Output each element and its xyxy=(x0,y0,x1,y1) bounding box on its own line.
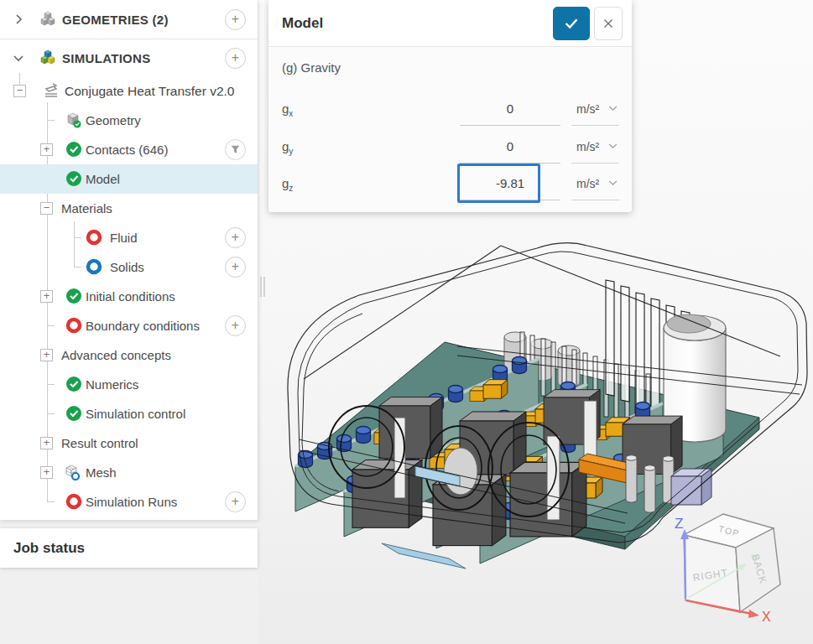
expand-box[interactable]: + xyxy=(40,466,53,479)
tree-item-model[interactable]: Model xyxy=(0,164,258,194)
tree-item-label: Simulation control xyxy=(86,399,185,428)
check-circle-icon xyxy=(65,288,82,304)
tree-item-label: Fluid xyxy=(110,223,138,252)
tree-item-initial-conditions[interactable]: + Initial conditions xyxy=(0,282,258,311)
view-cube[interactable]: TOP RIGHT BACK Y Z X xyxy=(675,514,780,624)
tree-item-solids[interactable]: Solids + xyxy=(0,252,258,282)
check-circle-icon xyxy=(65,376,82,392)
tree-item-geometry[interactable]: Geometry xyxy=(0,106,258,135)
collapse-box[interactable]: − xyxy=(13,85,26,97)
section-label: GEOMETRIES (2) xyxy=(62,5,169,34)
chevron-down-icon xyxy=(608,143,618,149)
svg-text:Z: Z xyxy=(675,516,683,532)
tree-item-simulation-control[interactable]: Simulation control xyxy=(0,399,258,428)
tree-item-mesh[interactable]: + Mesh xyxy=(0,458,258,487)
incomplete-ring-icon-red xyxy=(65,317,82,334)
gy-field xyxy=(460,130,560,164)
check-circle-icon xyxy=(65,405,82,422)
tree-item-label: Contacts (646) xyxy=(86,135,168,164)
gz-label: gz xyxy=(282,165,293,207)
section-simulations[interactable]: SIMULATIONS + xyxy=(0,44,258,73)
section-divider xyxy=(0,39,258,39)
panel-resize-handle[interactable] xyxy=(259,277,266,297)
expand-box[interactable]: + xyxy=(40,437,53,449)
gx-unit-select[interactable]: m/s² xyxy=(571,92,619,126)
add-simulation-button[interactable]: + xyxy=(225,48,246,69)
tree-item-label: Conjugate Heat Transfer v2.0 xyxy=(65,76,234,106)
model-panel-header: Model xyxy=(268,0,632,47)
geometry-cube-icon xyxy=(65,112,82,128)
add-boundary-condition-button[interactable]: + xyxy=(225,315,246,336)
check-circle-icon xyxy=(65,170,82,187)
close-button[interactable] xyxy=(594,7,623,40)
gx-field xyxy=(460,92,560,126)
apply-button[interactable] xyxy=(553,7,590,40)
filter-funnel-icon xyxy=(228,143,242,157)
gz-input[interactable] xyxy=(460,167,560,200)
expand-box[interactable]: + xyxy=(40,143,53,156)
tree-item-fluid[interactable]: Fluid + xyxy=(0,223,258,252)
tree-item-label: Numerics xyxy=(86,370,138,399)
expand-box[interactable]: + xyxy=(40,349,53,361)
simulation-type-icon xyxy=(43,82,60,99)
geometries-cubes-icon xyxy=(39,11,56,28)
svg-text:X: X xyxy=(762,610,771,624)
model-settings-panel: Model (g) Gravity gx m/s² gy m/s² gz xyxy=(268,0,632,212)
check-icon xyxy=(562,14,581,33)
tree-item-contacts[interactable]: + Contacts (646) xyxy=(0,135,258,164)
gravity-group-label: (g) Gravity xyxy=(282,60,341,75)
add-fluid-button[interactable]: + xyxy=(225,227,246,248)
add-geometry-button[interactable]: + xyxy=(225,9,246,30)
tree-item-numerics[interactable]: Numerics xyxy=(0,370,258,399)
tree-item-advanced-concepts[interactable]: + Advanced concepts xyxy=(0,340,258,370)
tree-item-label: Materials xyxy=(61,194,112,223)
incomplete-ring-icon-red xyxy=(86,229,102,246)
chevron-down-icon xyxy=(608,180,618,186)
tree-item-label: Geometry xyxy=(86,106,141,135)
incomplete-ring-icon-blue xyxy=(86,258,102,275)
tree-item-label: Model xyxy=(86,164,120,194)
section-geometries[interactable]: GEOMETRIES (2) + xyxy=(0,5,258,34)
gravity-row-gz: gz m/s² xyxy=(268,165,632,202)
simulation-tree-panel: GEOMETRIES (2) + SIMULATIONS + − Conjuga… xyxy=(0,0,258,520)
add-simulation-run-button[interactable]: + xyxy=(225,491,246,512)
tree-item-label: Advanced concepts xyxy=(61,340,171,370)
collapse-box[interactable]: − xyxy=(40,202,53,215)
tree-item-label: Mesh xyxy=(86,458,117,487)
gx-label: gx xyxy=(282,91,293,132)
svg-text:Y: Y xyxy=(751,552,759,565)
incomplete-ring-icon-red xyxy=(65,493,82,510)
tree-item-label: Initial conditions xyxy=(86,282,175,311)
job-status-label: Job status xyxy=(13,528,85,568)
tree-item-simulation-runs[interactable]: Simulation Runs + xyxy=(0,487,258,517)
add-solid-button[interactable]: + xyxy=(225,257,246,278)
tree-item-materials[interactable]: − Materials xyxy=(0,194,258,223)
job-status-panel[interactable]: Job status xyxy=(0,528,258,568)
close-icon xyxy=(601,16,616,31)
chevron-right-icon[interactable] xyxy=(12,13,25,26)
tree-item-result-control[interactable]: + Result control xyxy=(0,428,258,458)
tree-item-label: Solids xyxy=(110,252,144,282)
gravity-row-gx: gx m/s² xyxy=(268,91,632,127)
tree-item-label: Result control xyxy=(61,428,138,458)
tree-item-boundary-conditions[interactable]: Boundary conditions + xyxy=(0,311,258,340)
tree-item-label: Simulation Runs xyxy=(86,487,177,517)
panel-title: Model xyxy=(282,0,323,47)
gz-field xyxy=(460,167,560,200)
gravity-row-gy: gy m/s² xyxy=(268,128,632,165)
gx-input[interactable] xyxy=(460,92,560,125)
simulations-cubes-icon xyxy=(39,49,56,66)
tree-item-label: Boundary conditions xyxy=(86,311,200,340)
contacts-filter-button[interactable] xyxy=(225,139,246,160)
section-label: SIMULATIONS xyxy=(62,44,151,73)
expand-box[interactable]: + xyxy=(40,290,53,303)
gy-unit-select[interactable]: m/s² xyxy=(571,130,619,164)
chevron-down-icon[interactable] xyxy=(12,51,25,65)
check-circle-icon xyxy=(65,141,82,158)
gy-label: gy xyxy=(282,128,293,170)
chevron-down-icon xyxy=(608,106,618,112)
mesh-icon xyxy=(64,464,81,480)
gz-unit-select[interactable]: m/s² xyxy=(571,167,619,200)
gy-input[interactable] xyxy=(460,130,560,163)
tree-item-conjugate-heat-transfer[interactable]: − Conjugate Heat Transfer v2.0 xyxy=(0,76,258,106)
